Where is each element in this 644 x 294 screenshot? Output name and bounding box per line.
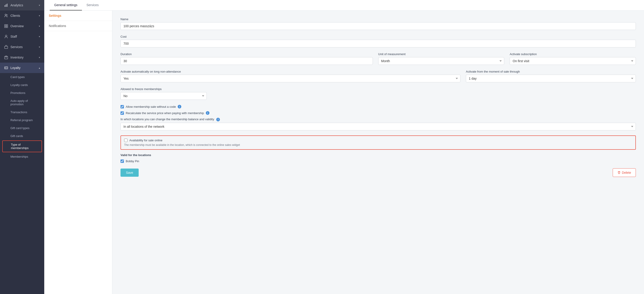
sidebar: Analytics ▾ Clients ▾	[0, 0, 44, 294]
svg-point-4	[6, 14, 8, 16]
checkbox-row-1: Allow membership sale without a code i	[120, 105, 636, 108]
recalculate-checkbox[interactable]	[120, 112, 124, 115]
main-content: General settings Services Settings Notif…	[44, 0, 644, 294]
sidebar-item-card-types[interactable]: Card types	[0, 73, 44, 81]
activate-row: Activate automatically on long non-atten…	[120, 70, 636, 82]
sidebar-item-clients[interactable]: Clients ▾	[0, 10, 44, 21]
sidebar-item-inventory[interactable]: Inventory ▾	[0, 52, 44, 62]
sidebar-item-auto-apply[interactable]: Auto-apply of promotion	[0, 97, 44, 108]
sidebar-label-clients: Clients	[10, 14, 20, 18]
online-availability-note: The membership must be available in the …	[124, 143, 632, 146]
save-button[interactable]: Save	[120, 168, 139, 177]
form-area: Name Cost Duration Unit of measurement M…	[112, 11, 644, 294]
left-panel: Settings Notifications	[44, 11, 112, 294]
form-actions: Save Delete	[120, 168, 636, 177]
tab-bar: General settings Services	[44, 0, 644, 11]
checkbox1-label[interactable]: Allow membership sale without a code	[126, 105, 176, 108]
bobby-pin-label[interactable]: Bobby Pin	[126, 160, 139, 163]
left-panel-notifications[interactable]: Notifications	[44, 21, 112, 31]
bobby-pin-checkbox[interactable]	[120, 160, 124, 163]
sidebar-item-services[interactable]: Services ▾	[0, 42, 44, 52]
info-icon-1[interactable]: i	[178, 105, 181, 108]
delete-button[interactable]: Delete	[613, 168, 636, 177]
activate-sub-label: Activate subscription	[510, 52, 636, 56]
chevron-icon: ▾	[39, 4, 40, 7]
delete-label: Delete	[622, 171, 631, 174]
name-section: Name	[120, 18, 636, 30]
online-availability-checkbox[interactable]	[124, 138, 128, 142]
left-panel-settings[interactable]: Settings	[44, 11, 112, 21]
name-input[interactable]	[120, 22, 636, 30]
unit-select[interactable]: Month	[378, 57, 504, 65]
duration-input[interactable]	[120, 57, 373, 65]
online-availability-label[interactable]: Availability for sale online	[129, 138, 162, 142]
tab-services[interactable]: Services	[82, 0, 103, 10]
sidebar-item-gift-card-types[interactable]: Gift card types	[0, 124, 44, 132]
chevron-up-icon: ▴	[39, 66, 40, 70]
svg-rect-0	[4, 5, 5, 7]
sidebar-item-loyalty[interactable]: Loyalty ▴	[0, 62, 44, 73]
locations-select[interactable]: In all locations of the network	[120, 123, 636, 130]
duration-label: Duration	[120, 52, 373, 56]
sidebar-item-transactions[interactable]: Transactions	[0, 108, 44, 116]
chevron-icon: ▾	[39, 56, 40, 59]
checkbox-row-2: Recalculate the service price when payin…	[120, 111, 636, 115]
cost-label: Cost	[120, 35, 636, 38]
users-icon	[4, 14, 8, 18]
activate-from-select[interactable]: 1 day	[466, 75, 636, 82]
activate-sub-select[interactable]: On first visit	[510, 57, 636, 65]
activate-auto-select[interactable]: Yes	[120, 75, 460, 82]
allow-membership-checkbox[interactable]	[120, 105, 124, 108]
chevron-icon: ▾	[39, 25, 40, 28]
sidebar-item-memberships[interactable]: Memberships	[0, 153, 44, 160]
svg-point-3	[5, 14, 6, 16]
name-label: Name	[120, 18, 636, 21]
sidebar-item-gift-cards[interactable]: Gift cards	[0, 132, 44, 140]
freeze-select[interactable]: No	[120, 92, 207, 100]
activate-from-label: Activate from the moment of sale through	[466, 70, 636, 73]
info-icon-2[interactable]: i	[206, 111, 210, 115]
duration-row: Duration Unit of measurement Month Activ…	[120, 52, 636, 65]
activate-auto-label: Activate automatically on long non-atten…	[120, 70, 460, 73]
chart-icon	[4, 3, 8, 7]
sidebar-item-type-of-memberships[interactable]: Type of memberships	[2, 140, 42, 152]
valid-locations-section: Valid for the locations Bobby Pin	[120, 153, 636, 163]
svg-rect-1	[6, 4, 6, 7]
chevron-icon: ▾	[39, 35, 40, 38]
sidebar-label-staff: Staff	[10, 35, 17, 38]
svg-rect-10	[4, 46, 8, 48]
sidebar-label-overview: Overview	[10, 24, 24, 28]
grid-icon	[4, 24, 8, 28]
duration-col: Duration	[120, 52, 373, 65]
sidebar-label-services: Services	[10, 45, 23, 49]
info-icon-locations[interactable]: i	[216, 118, 220, 121]
sidebar-item-referral[interactable]: Referral program	[0, 116, 44, 124]
bobby-pin-row: Bobby Pin	[120, 160, 636, 163]
unit-col: Unit of measurement Month	[378, 52, 504, 65]
sidebar-item-analytics[interactable]: Analytics ▾	[0, 0, 44, 10]
cost-input[interactable]	[120, 40, 636, 48]
sidebar-item-promotions[interactable]: Promotions	[0, 89, 44, 97]
svg-rect-8	[6, 26, 8, 28]
chevron-icon: ▾	[39, 14, 40, 17]
sidebar-label-loyalty: Loyalty	[10, 66, 20, 70]
locations-label: In which locations you can change the me…	[120, 118, 636, 121]
sidebar-item-overview[interactable]: Overview ▾	[0, 21, 44, 31]
sidebar-label-inventory: Inventory	[10, 56, 24, 59]
box-icon	[4, 55, 8, 60]
sidebar-item-loyalty-cards[interactable]: Loyalty cards	[0, 81, 44, 89]
activate-from-col: Activate from the moment of sale through…	[466, 70, 636, 82]
unit-label: Unit of measurement	[378, 52, 504, 56]
person-icon	[4, 34, 8, 38]
freeze-label: Allowed to freeze memberships	[120, 87, 636, 91]
locations-section: In which locations you can change the me…	[120, 118, 636, 130]
sidebar-item-staff[interactable]: Staff ▾	[0, 31, 44, 42]
tab-general-settings[interactable]: General settings	[50, 0, 82, 10]
checkbox2-label[interactable]: Recalculate the service price when payin…	[126, 112, 204, 115]
loyalty-icon	[4, 66, 8, 70]
cost-section: Cost	[120, 35, 636, 48]
content-area: Settings Notifications Name Cost Duratio…	[44, 11, 644, 294]
activate-sub-col: Activate subscription On first visit	[510, 52, 636, 65]
svg-rect-7	[4, 26, 6, 28]
chevron-icon: ▾	[39, 46, 40, 48]
